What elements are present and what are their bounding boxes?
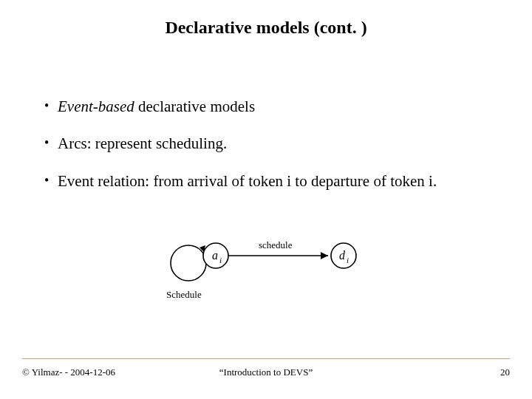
slide-footer: © Yilmaz- - 2004-12-06 “Introduction to … (22, 366, 510, 378)
slide-body: • Event-based declarative models • Arcs:… (44, 96, 502, 208)
bullet-marker: • (44, 96, 58, 117)
slide: Declarative models (cont. ) • Event-base… (0, 0, 532, 399)
bullet-2-text: Arcs: represent scheduling. (58, 133, 502, 154)
self-loop-circle (171, 245, 206, 281)
footer-divider (22, 358, 510, 359)
footer-left: © Yilmaz- - 2004-12-06 (22, 366, 115, 378)
event-diagram: a i d i schedule Schedule (155, 228, 377, 309)
bullet-1: • Event-based declarative models (44, 96, 502, 117)
bullet-1-emph: Event-based (58, 98, 134, 115)
footer-page-number: 20 (500, 366, 510, 378)
bullet-3: • Event relation: from arrival of token … (44, 171, 502, 191)
bullet-1-rest: declarative models (134, 98, 255, 115)
bullet-marker: • (44, 133, 58, 154)
slide-title: Declarative models (cont. ) (0, 18, 532, 38)
bullet-3-text: Event relation: from arrival of token i … (58, 171, 502, 191)
bullet-2: • Arcs: represent scheduling. (44, 133, 502, 154)
node-a-symbol: a (212, 249, 218, 262)
node-a-subscript: i (219, 256, 222, 265)
node-d-subscript: i (347, 256, 349, 265)
edge-label: schedule (259, 239, 293, 250)
bullet-marker: • (44, 171, 58, 191)
bullet-1-text: Event-based declarative models (58, 96, 502, 117)
self-loop-label: Schedule (166, 289, 202, 300)
node-d-symbol: d (339, 249, 346, 262)
edge-arrowhead (321, 252, 328, 259)
